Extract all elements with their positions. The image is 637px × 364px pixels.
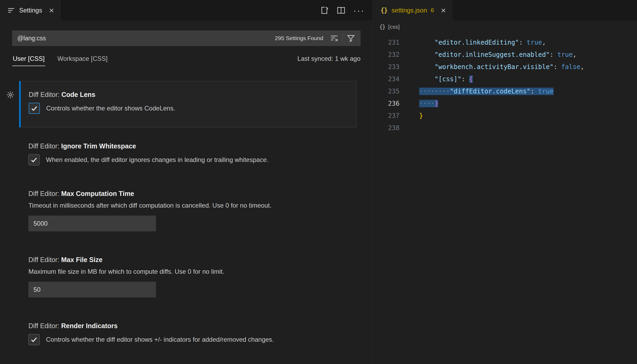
split-editor-icon[interactable] (337, 6, 345, 15)
code-line[interactable]: 237} (373, 110, 637, 122)
close-icon[interactable]: × (49, 6, 54, 15)
code-token: , (573, 51, 576, 58)
setting-title: Diff Editor: Ignore Trim Whitespace (28, 142, 360, 150)
code-line-content: } (400, 110, 423, 122)
setting-name: Render Indicators (61, 322, 118, 329)
code-line[interactable]: 233 "workbench.activityBar.visible": fal… (373, 61, 637, 73)
code-token: "diffEditor.codeLens" (450, 88, 530, 95)
settings-body: 295 Settings Found User [CSS] Workspace … (0, 20, 373, 364)
code-token: : (519, 39, 527, 46)
code-token: true (557, 51, 573, 58)
line-number[interactable]: 236 (373, 97, 400, 110)
setting-description: Timeout in milliseconds after which diff… (28, 202, 360, 209)
code-token: } (419, 112, 423, 119)
max-computation-time-input[interactable] (28, 216, 156, 232)
results-count-badge: 295 Settings Found (275, 35, 323, 41)
setting-category: Diff Editor: (28, 256, 61, 263)
close-icon[interactable]: × (441, 6, 446, 15)
code-line[interactable]: 232 "editor.inlineSuggest.enabled": true… (373, 49, 637, 61)
code-token: true (527, 39, 542, 46)
render-indicators-checkbox[interactable] (28, 334, 40, 345)
setting-name: Max Computation Time (61, 190, 134, 197)
setting-category: Diff Editor: (29, 91, 61, 98)
problems-count-badge: 6 (431, 7, 434, 14)
code-token (419, 51, 435, 58)
setting-name: Ignore Trim Whitespace (61, 142, 136, 150)
line-number[interactable]: 231 (373, 36, 400, 49)
code-editor[interactable]: 231 "editor.linkedEditing": true,232 "ed… (373, 33, 637, 364)
right-tab-bar: {} settings.json 6 × (373, 0, 637, 20)
settings-editor-panel: Settings × ··· 295 Settings Found (0, 0, 373, 364)
setting-category: Diff Editor: (28, 322, 61, 329)
code-line[interactable]: 231 "editor.linkedEditing": true, (373, 36, 637, 49)
code-token: "[css]" (435, 75, 461, 83)
code-line-content: "workbench.activityBar.visible": false, (400, 61, 584, 73)
line-number[interactable]: 232 (373, 49, 400, 61)
code-line-content: "editor.linkedEditing": true, (400, 36, 546, 49)
code-token: : (554, 63, 561, 71)
settings-search-input[interactable] (14, 35, 275, 42)
setting-diff-editor-code-lens[interactable]: Diff Editor: Code Lens Controls whether … (19, 81, 356, 127)
setting-description: Maximum file size in MB for which to com… (28, 268, 360, 275)
setting-description: Controls whether the diff editor shows +… (46, 336, 274, 343)
line-number[interactable]: 235 (373, 85, 400, 97)
code-token: false (561, 63, 580, 71)
setting-title: Diff Editor: Code Lens (29, 91, 348, 99)
clear-search-filters-icon[interactable] (329, 33, 340, 44)
settings-tune-icon (7, 7, 15, 14)
setting-title: Diff Editor: Max Computation Time (28, 190, 360, 198)
left-tab-bar: Settings × ··· (0, 0, 373, 20)
code-token: true (538, 88, 554, 95)
code-line[interactable]: 234 "[css]": { (373, 73, 637, 85)
scope-tab-user-css[interactable]: User [CSS] (12, 54, 45, 66)
code-token: "editor.linkedEditing" (435, 39, 519, 46)
code-token: , (542, 39, 546, 46)
vscode-window: Settings × ··· 295 Settings Found (0, 0, 637, 364)
code-token: : (550, 51, 557, 58)
search-divider (342, 34, 343, 42)
settings-search-box: 295 Settings Found (12, 31, 360, 46)
scope-tab-workspace-css[interactable]: Workspace [CSS] (57, 54, 108, 66)
line-number[interactable]: 233 (373, 61, 400, 73)
gear-icon[interactable] (6, 91, 14, 100)
setting-diff-editor-render-indicators[interactable]: Diff Editor: Render Indicators Controls … (12, 322, 360, 345)
line-number[interactable]: 234 (373, 73, 400, 85)
code-lines: 231 "editor.linkedEditing": true,232 "ed… (373, 36, 637, 134)
last-synced-label: Last synced: 1 wk ago (298, 54, 360, 62)
tab-settings-json[interactable]: {} settings.json 6 × (373, 0, 453, 20)
setting-title: Diff Editor: Max File Size (28, 256, 360, 264)
code-token: "editor.inlineSuggest.enabled" (435, 51, 550, 58)
code-token (419, 39, 435, 46)
line-number[interactable]: 237 (373, 110, 400, 122)
setting-category: Diff Editor: (28, 190, 61, 197)
code-token: ········ (419, 88, 450, 95)
code-line[interactable]: 238 (373, 122, 637, 134)
open-settings-json-icon[interactable] (320, 6, 329, 15)
setting-description: Controls whether the editor shows CodeLe… (46, 105, 175, 112)
line-number[interactable]: 238 (373, 122, 400, 134)
setting-diff-editor-max-computation-time[interactable]: Diff Editor: Max Computation Time Timeou… (12, 190, 360, 232)
code-token: { (469, 75, 473, 83)
ignore-trim-whitespace-checkbox[interactable] (28, 154, 40, 165)
json-editor-panel: {} settings.json 6 × {} [css] 231 "edito… (373, 0, 637, 364)
code-lens-checkbox[interactable] (29, 103, 40, 114)
max-file-size-input[interactable] (28, 282, 156, 298)
tab-settings[interactable]: Settings × (0, 0, 61, 20)
setting-diff-editor-ignore-trim-whitespace[interactable]: Diff Editor: Ignore Trim Whitespace When… (12, 142, 360, 165)
tab-settings-label: Settings (19, 7, 42, 14)
code-token: : (530, 88, 538, 95)
more-actions-icon[interactable]: ··· (353, 6, 365, 15)
code-token: } (435, 100, 438, 107)
breadcrumb-item-css[interactable]: [css] (388, 24, 400, 30)
setting-name: Max File Size (61, 256, 103, 263)
code-line[interactable]: 235········"diffEditor.codeLens": true (373, 85, 637, 97)
code-line[interactable]: 236····} (373, 97, 637, 110)
setting-name: Code Lens (61, 91, 95, 98)
code-line-content: ····} (400, 97, 438, 110)
setting-diff-editor-max-file-size[interactable]: Diff Editor: Max File Size Maximum file … (12, 256, 360, 298)
code-token: ···· (419, 100, 435, 107)
code-line-content (400, 122, 419, 134)
breadcrumb[interactable]: {} [css] (373, 20, 637, 33)
filter-funnel-icon[interactable] (345, 33, 356, 44)
json-symbol-icon: {} (379, 24, 385, 30)
